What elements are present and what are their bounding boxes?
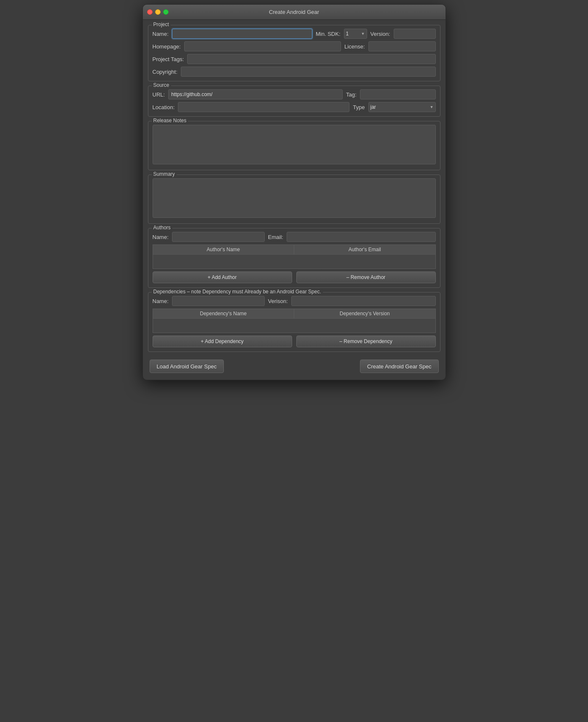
copyright-input[interactable] <box>181 67 436 77</box>
project-row-copyright: Copyright: <box>153 67 436 77</box>
authors-legend: Authors <box>152 225 172 231</box>
dep-table-header: Dependency's Name Dependency's Version <box>153 309 436 318</box>
url-input[interactable] <box>168 89 343 99</box>
source-row-location: Location: Type jar aar source <box>153 102 436 112</box>
copyright-label: Copyright: <box>153 69 177 75</box>
author-name-label: Name: <box>153 234 169 240</box>
author-name-col-header: Author's Name <box>153 245 295 254</box>
remove-dependency-button[interactable]: – Remove Dependency <box>296 336 436 347</box>
tag-input[interactable] <box>360 89 436 99</box>
type-select[interactable]: jar aar source <box>368 102 436 112</box>
location-input[interactable] <box>178 102 349 112</box>
authors-table-header: Author's Name Author's Email <box>153 244 436 254</box>
summary-legend: Summary <box>152 171 177 177</box>
window-title: Create Android Gear <box>269 9 319 15</box>
release-notes-legend: Release Notes <box>152 118 188 123</box>
license-label: License: <box>344 43 365 50</box>
version-label: Version: <box>371 31 390 37</box>
authors-button-row: + Add Author – Remove Author <box>153 271 436 283</box>
project-row-homepage: Homepage: License: <box>153 41 436 51</box>
min-sdk-label: Min. SDK: <box>316 31 341 37</box>
summary-section: Summary <box>148 174 440 224</box>
project-row-name: Name: Min. SDK: 1 2 3 4 5 Version: <box>153 29 436 39</box>
url-label: URL: <box>153 91 165 98</box>
authors-section: Authors Name: Email: Author's Name Autho… <box>148 228 440 288</box>
source-section: Source URL: Tag: Location: Type jar aar … <box>148 86 440 117</box>
source-legend: Source <box>152 82 171 88</box>
add-author-button[interactable]: + Add Author <box>153 271 292 283</box>
tags-label: Project Tags: <box>153 56 184 62</box>
main-window: Create Android Gear Project Name: Min. S… <box>142 4 446 380</box>
dependencies-legend: Dependencies – note Dependency must Alre… <box>152 289 323 295</box>
dep-table-body <box>153 318 436 333</box>
add-dependency-button[interactable]: + Add Dependency <box>153 336 292 347</box>
source-row-url: URL: Tag: <box>153 89 436 99</box>
project-name-input[interactable] <box>172 29 312 39</box>
min-sdk-wrapper: 1 2 3 4 5 <box>344 29 367 39</box>
location-label: Location: <box>153 104 175 110</box>
project-section: Project Name: Min. SDK: 1 2 3 4 5 Versio… <box>148 25 440 81</box>
dep-name-input[interactable] <box>172 296 265 306</box>
dep-name-col-header: Dependency's Name <box>153 309 295 318</box>
release-notes-section: Release Notes <box>148 121 440 170</box>
dep-button-row: + Add Dependency – Remove Dependency <box>153 336 436 347</box>
dep-name-label: Name: <box>153 298 169 304</box>
maximize-button[interactable] <box>163 9 169 15</box>
authors-input-row: Name: Email: <box>153 232 436 242</box>
dep-version-col-header: Dependency's Version <box>294 309 435 318</box>
dep-version-input[interactable] <box>291 296 436 306</box>
remove-author-button[interactable]: – Remove Author <box>296 271 436 283</box>
project-row-tags: Project Tags: <box>153 54 436 64</box>
dependencies-section: Dependencies – note Dependency must Alre… <box>148 292 440 352</box>
author-email-label: Email: <box>268 234 283 240</box>
close-button[interactable] <box>147 9 153 15</box>
authors-table-body <box>153 254 436 269</box>
tags-input[interactable] <box>187 54 435 64</box>
load-gear-spec-button[interactable]: Load Android Gear Spec <box>150 360 224 373</box>
license-input[interactable] <box>368 41 436 51</box>
homepage-input[interactable] <box>184 41 341 51</box>
summary-textarea[interactable] <box>153 178 436 218</box>
traffic-lights <box>147 9 169 15</box>
project-name-label: Name: <box>153 31 169 37</box>
type-wrapper: jar aar source <box>368 102 436 112</box>
type-label: Type <box>353 104 365 110</box>
author-email-input[interactable] <box>287 232 436 242</box>
author-name-input[interactable] <box>172 232 265 242</box>
project-legend: Project <box>152 21 171 27</box>
footer-row: Load Android Gear Spec Create Android Ge… <box>148 356 440 375</box>
homepage-label: Homepage: <box>153 43 181 50</box>
dep-version-label: Verison: <box>268 298 288 304</box>
titlebar: Create Android Gear <box>143 5 446 20</box>
version-input[interactable] <box>394 29 436 39</box>
dependencies-input-row: Name: Verison: <box>153 296 436 306</box>
create-gear-spec-button[interactable]: Create Android Gear Spec <box>360 360 438 373</box>
content-area: Project Name: Min. SDK: 1 2 3 4 5 Versio… <box>143 20 446 380</box>
tag-label: Tag: <box>346 91 357 98</box>
min-sdk-select[interactable]: 1 2 3 4 5 <box>344 29 367 39</box>
author-email-col-header: Author's Email <box>294 245 435 254</box>
minimize-button[interactable] <box>155 9 161 15</box>
release-notes-textarea[interactable] <box>153 125 436 164</box>
